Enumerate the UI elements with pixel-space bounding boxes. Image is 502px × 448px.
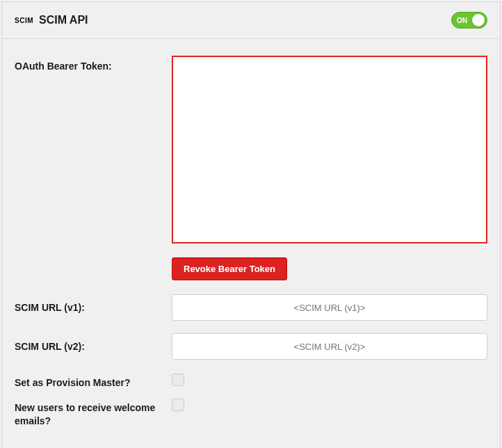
panel-body: OAuth Bearer Token: Revoke Bearer Token … — [2, 39, 500, 448]
oauth-token-label: OAuth Bearer Token: — [15, 61, 112, 72]
welcome-emails-input-col — [172, 397, 487, 414]
scim-icon: SCIM — [15, 17, 33, 24]
scim-url-v2-label-col: SCIM URL (v2): — [15, 333, 172, 354]
scim-api-toggle[interactable]: ON — [451, 12, 487, 29]
scim-url-v1-row: SCIM URL (v1): — [15, 294, 487, 321]
provision-master-label: Set as Provision Master? — [15, 377, 131, 388]
scim-url-v1-input[interactable] — [172, 294, 487, 321]
oauth-token-textarea[interactable] — [172, 56, 487, 243]
token-input-col: Revoke Bearer Token — [172, 56, 487, 280]
welcome-emails-checkbox[interactable] — [172, 399, 184, 411]
panel-title: SCIM API — [39, 14, 88, 26]
welcome-emails-row: New users to receive welcome emails? — [15, 397, 487, 429]
provision-master-checkbox[interactable] — [172, 374, 184, 386]
revoke-bearer-token-button[interactable]: Revoke Bearer Token — [172, 257, 287, 280]
scim-api-panel: SCIM SCIM API ON OAuth Bearer Token: Rev… — [1, 1, 501, 448]
scim-url-v1-label: SCIM URL (v1): — [15, 302, 85, 313]
panel-header: SCIM SCIM API ON — [2, 2, 500, 39]
provision-master-label-col: Set as Provision Master? — [15, 372, 172, 390]
provision-master-row: Set as Provision Master? — [15, 372, 487, 390]
toggle-knob — [472, 14, 485, 26]
scim-url-v2-input[interactable] — [172, 333, 487, 360]
header-left: SCIM SCIM API — [15, 14, 88, 26]
scim-url-v2-input-col — [172, 333, 487, 360]
scim-url-v1-input-col — [172, 294, 487, 321]
scim-url-v2-row: SCIM URL (v2): — [15, 333, 487, 360]
toggle-label: ON — [457, 17, 467, 24]
scim-url-v1-label-col: SCIM URL (v1): — [15, 294, 172, 315]
token-label-col: OAuth Bearer Token: — [15, 56, 172, 74]
scim-url-v2-label: SCIM URL (v2): — [15, 341, 85, 352]
welcome-emails-label: New users to receive welcome emails? — [15, 402, 155, 427]
token-row: OAuth Bearer Token: Revoke Bearer Token — [15, 56, 487, 280]
provision-master-input-col — [172, 372, 487, 389]
welcome-emails-label-col: New users to receive welcome emails? — [15, 397, 172, 429]
